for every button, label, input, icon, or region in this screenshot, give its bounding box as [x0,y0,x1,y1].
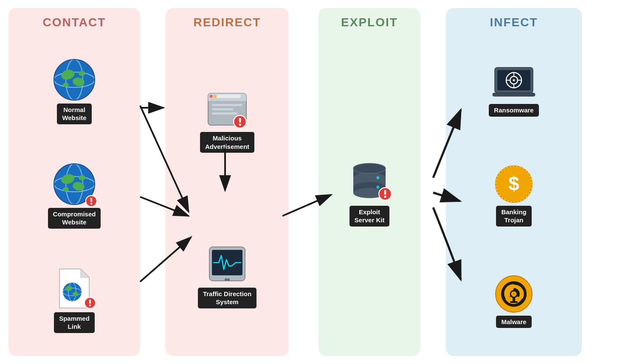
svg-point-18 [90,202,92,204]
malicious-ad-label: MaliciousAdvertisement [200,132,254,153]
normal-website-box: NormalWebsite [53,59,96,124]
exploit-server-icon [346,157,393,203]
svg-rect-35 [212,112,237,115]
svg-text:$: $ [508,173,519,195]
infect-column: INFECT [446,8,582,356]
svg-point-32 [214,95,217,98]
infect-header: INFECT [490,16,538,29]
svg-point-60 [513,79,515,81]
contact-header: CONTACT [43,16,106,29]
traffic-direction-box: Traffic DirectionSystem [198,245,256,308]
svg-rect-17 [90,198,92,202]
svg-point-41 [225,278,227,281]
malicious-ad-box: MaliciousAdvertisement [200,91,254,153]
traffic-direction-label: Traffic DirectionSystem [198,288,256,308]
svg-point-50 [377,176,380,179]
exploit-column: EXPLOIT [318,8,420,356]
normal-website-label: NormalWebsite [57,104,91,124]
svg-point-26 [89,304,91,306]
svg-rect-37 [239,118,241,123]
contact-column: CONTACT [8,8,140,356]
svg-point-38 [239,124,241,126]
malware-label: Malware [496,316,531,328]
ransomware-icon [490,63,537,101]
svg-rect-71 [513,297,515,302]
svg-point-19 [63,283,82,301]
diagram: CONTACT [8,8,629,356]
svg-point-31 [209,95,212,98]
svg-point-55 [384,196,386,198]
svg-rect-65 [493,93,535,96]
spammed-link-icon [55,267,93,310]
redirect-header: REDIRECT [193,16,261,29]
exploit-server-label: ExploitServer Kit [350,206,390,227]
exploit-server-box: ExploitServer Kit [346,157,393,227]
svg-rect-34 [212,108,233,110]
banking-trojan-label: BankingTrojan [496,206,531,227]
compromised-website-label: CompromisedWebsite [48,208,101,229]
svg-point-15 [63,187,69,191]
traffic-direction-icon [206,245,248,285]
ransomware-label: Ransomware [489,104,538,117]
malicious-ad-icon [206,91,248,129]
malware-icon [495,275,533,313]
svg-point-7 [63,83,69,87]
spammed-link-box: SpammedLink [54,267,95,333]
banking-trojan-box: $ BankingTrojan [495,165,533,227]
svg-point-42 [227,278,230,281]
compromised-website-box: CompromisedWebsite [48,163,101,229]
malware-box: Malware [495,275,533,328]
normal-website-icon [53,59,96,101]
redirect-column: REDIRECT [166,8,289,356]
compromised-website-icon [53,163,96,205]
svg-rect-72 [510,301,518,303]
spammed-link-label: SpammedLink [54,312,95,333]
ransomware-box: Ransomware [489,63,538,117]
svg-rect-33 [212,104,242,106]
exploit-header: EXPLOIT [341,16,398,29]
banking-trojan-icon: $ [495,165,533,203]
svg-rect-30 [215,95,241,98]
svg-rect-54 [384,190,386,194]
svg-rect-25 [89,300,91,304]
